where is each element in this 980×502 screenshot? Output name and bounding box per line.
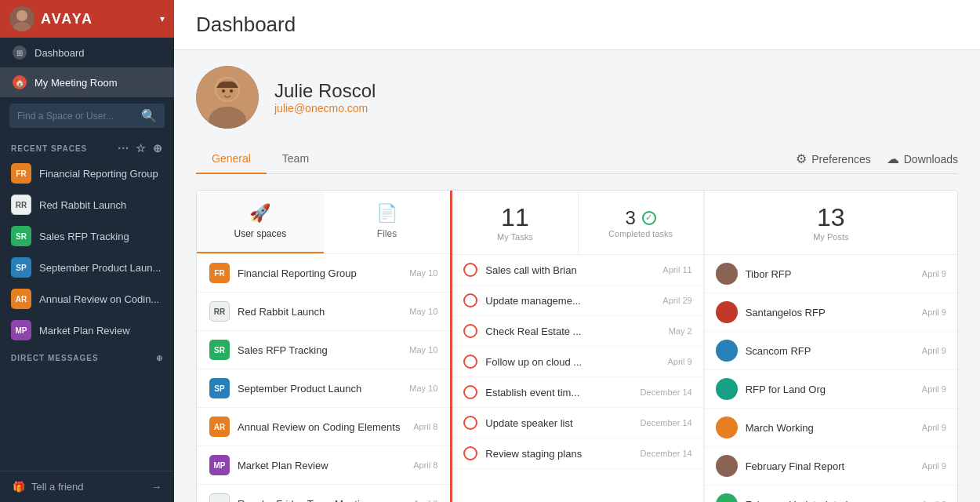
task-item[interactable]: Update manageme... April 29 [452, 286, 702, 316]
add-space-icon[interactable]: ⊕ [153, 142, 163, 155]
star-icon[interactable]: ☆ [136, 142, 147, 155]
dashboard-grid: 🚀 User spaces 📄 Files FR Financial Repor… [196, 190, 958, 502]
space-badge: SP [209, 378, 230, 398]
preferences-button[interactable]: ⚙ Preferences [796, 151, 870, 166]
post-item[interactable]: Tibor RFP April 9 [705, 255, 957, 293]
task-checkbox[interactable] [463, 355, 477, 369]
space-badge-rr: RR [11, 195, 31, 215]
arrow-icon: → [151, 481, 162, 493]
tasks-list: Sales call with Brian April 11 Update ma… [452, 255, 702, 469]
sidebar-item-red-rabbit[interactable]: RR Red Rabbit Launch [0, 189, 174, 220]
post-avatar [716, 263, 738, 285]
user-spaces-label: User spaces [234, 228, 286, 239]
tasks-panel: 11 My Tasks 3 ✓ Completed tasks [450, 191, 703, 502]
task-item[interactable]: Sales call with Brian April 11 [452, 255, 702, 286]
post-date: April 9 [922, 346, 946, 355]
list-item[interactable]: RR Red Rabbit Launch May 10 [197, 293, 450, 331]
space-date: May 10 [409, 384, 437, 393]
meeting-room-icon: 🏠 [13, 75, 27, 89]
post-item[interactable]: February Final Report April 9 [705, 447, 957, 486]
download-icon: ☁ [887, 151, 899, 166]
task-name: Review staging plans [485, 448, 632, 460]
list-item[interactable]: RFR Regular Friday Team Meeting April 8 [197, 485, 450, 502]
posts-header: 13 My Posts [705, 191, 957, 255]
space-label: Sales RFP Tracking [39, 231, 129, 242]
completed-tasks-stat: 3 ✓ Completed tasks [579, 191, 703, 254]
tab-team[interactable]: Team [267, 144, 325, 174]
post-item[interactable]: February Update-Interim April 9 [705, 486, 957, 502]
files-label: Files [377, 228, 397, 239]
svg-point-6 [222, 89, 225, 93]
sidebar-item-financial-reporting[interactable]: FR Financial Reporting Group [0, 158, 174, 189]
task-checkbox[interactable] [463, 385, 477, 399]
downloads-label: Downloads [904, 153, 958, 166]
search-bar[interactable]: 🔍 [9, 104, 165, 128]
space-date: April 8 [413, 499, 437, 502]
profile-avatar [196, 66, 259, 129]
task-name: Update speaker list [485, 417, 632, 429]
my-tasks-count: 11 [501, 203, 529, 232]
task-checkbox[interactable] [463, 293, 477, 307]
tasks-header: 11 My Tasks 3 ✓ Completed tasks [452, 191, 702, 255]
avaya-logo-text: AVAYA [41, 11, 93, 27]
tab-actions: ⚙ Preferences ☁ Downloads [796, 151, 958, 166]
post-avatar [716, 301, 738, 323]
list-item[interactable]: SR Sales RFP Tracking May 10 [197, 331, 450, 369]
files-tab[interactable]: 📄 Files [324, 191, 451, 253]
sidebar-chevron-icon[interactable]: ▾ [160, 13, 165, 24]
my-meeting-room-label: My Meeting Room [34, 77, 117, 89]
post-name: March Working [746, 422, 914, 434]
post-item[interactable]: Santangelos RFP April 9 [705, 293, 957, 332]
task-checkbox[interactable] [463, 446, 477, 460]
page-title: Dashboard [196, 13, 958, 37]
post-avatar [716, 340, 738, 362]
post-date: April 9 [922, 269, 946, 278]
search-input[interactable] [17, 111, 136, 122]
space-badge-ar: AR [11, 289, 31, 309]
tell-a-friend-button[interactable]: 🎁 Tell a friend → [0, 471, 174, 502]
space-badge: MP [209, 455, 230, 475]
sidebar-item-dashboard[interactable]: ⊞ Dashboard [0, 38, 174, 67]
task-date: December 14 [641, 449, 692, 458]
list-item[interactable]: FR Financial Reporting Group May 10 [197, 254, 450, 293]
task-item[interactable]: Review staging plans December 14 [452, 438, 702, 469]
task-name: Establish event tim... [485, 387, 632, 398]
post-date: April 9 [922, 307, 946, 317]
downloads-button[interactable]: ☁ Downloads [887, 151, 958, 166]
list-item[interactable]: SP September Product Launch May 10 [197, 369, 450, 408]
more-icon[interactable]: ··· [118, 142, 129, 155]
profile-info: Julie Roscol julie@onecmo.com [274, 80, 376, 115]
task-item[interactable]: Establish event tim... December 14 [452, 377, 702, 408]
task-name: Update manageme... [485, 295, 655, 307]
post-item[interactable]: RFP for Land Org April 9 [705, 370, 957, 409]
user-spaces-tab[interactable]: 🚀 User spaces [197, 191, 324, 253]
post-item[interactable]: March Working April 9 [705, 409, 957, 447]
task-date: December 14 [641, 418, 692, 427]
list-item[interactable]: MP Market Plan Review April 8 [197, 446, 450, 485]
sidebar-item-market-plan[interactable]: MP Market Plan Review [0, 315, 174, 346]
post-name: February Final Report [746, 460, 914, 472]
space-label: Market Plan Review [39, 325, 130, 336]
list-item[interactable]: AR Annual Review on Coding Elements Apri… [197, 408, 450, 446]
spaces-panel-header: 🚀 User spaces 📄 Files [197, 191, 450, 254]
task-checkbox[interactable] [463, 263, 477, 277]
tab-general[interactable]: General [196, 144, 267, 174]
sidebar-item-my-meeting-room[interactable]: 🏠 My Meeting Room [0, 67, 174, 97]
space-name: Regular Friday Team Meeting [238, 498, 371, 503]
post-name: Tibor RFP [746, 268, 914, 280]
task-item[interactable]: Update speaker list December 14 [452, 408, 702, 438]
task-checkbox[interactable] [463, 324, 477, 338]
post-avatar [716, 455, 738, 477]
task-item[interactable]: Check Real Estate ... May 2 [452, 316, 702, 347]
sidebar-item-september-product[interactable]: SP September Product Laun... [0, 252, 174, 283]
sidebar-item-sales-rfp[interactable]: SR Sales RFP Tracking [0, 220, 174, 252]
user-avatar[interactable] [9, 6, 34, 31]
post-item[interactable]: Scancom RFP April 9 [705, 332, 957, 370]
check-icon: ✓ [642, 211, 656, 225]
sidebar-item-annual-review[interactable]: AR Annual Review on Codin... [0, 283, 174, 315]
task-checkbox[interactable] [463, 416, 477, 430]
space-label: Red Rabbit Launch [39, 199, 126, 211]
add-dm-icon[interactable]: ⊕ [156, 354, 163, 362]
post-name: February Update-Interim [746, 499, 914, 503]
task-item[interactable]: Follow up on cloud ... April 9 [452, 347, 702, 377]
